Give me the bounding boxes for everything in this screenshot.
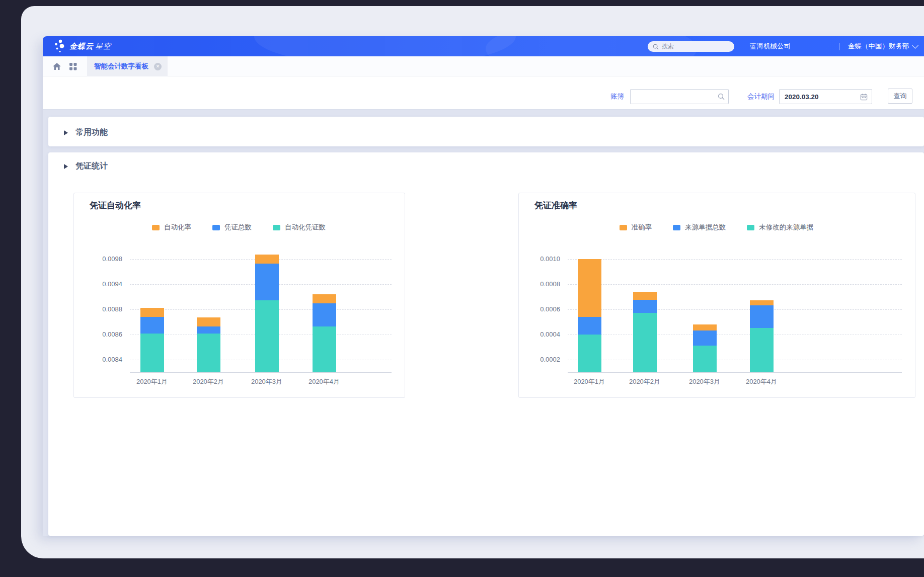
legend-item[interactable]: 未修改的来源单据 <box>747 223 813 232</box>
gridline <box>568 284 902 285</box>
home-icon[interactable] <box>52 61 62 71</box>
y-tick-label: 0.0084 <box>87 356 122 363</box>
section-common-functions: 常用功能 <box>48 117 924 146</box>
kingdee-logo: 金蝶云星空 <box>54 39 111 53</box>
bar-segment[interactable] <box>750 300 774 305</box>
legend-swatch-icon <box>273 225 280 230</box>
bar-segment[interactable] <box>255 300 279 372</box>
legend-item[interactable]: 来源单据总数 <box>673 223 726 232</box>
chart-title: 凭证准确率 <box>534 200 577 211</box>
section-header-common[interactable]: 常用功能 <box>64 127 108 138</box>
bar-segment[interactable] <box>578 317 601 335</box>
chart-legend: 准确率来源单据总数未修改的来源单据 <box>518 223 914 232</box>
y-tick-label: 0.0010 <box>525 255 560 263</box>
bar-segment[interactable] <box>693 346 717 372</box>
x-category-label: 2020年2月 <box>614 377 675 386</box>
bar-segment[interactable] <box>197 334 220 372</box>
bar-segment[interactable] <box>313 294 336 303</box>
search-placeholder: 搜索 <box>662 42 674 51</box>
section-title: 常用功能 <box>75 127 108 138</box>
x-category-label: 2020年3月 <box>237 377 297 386</box>
legend-item[interactable]: 准确率 <box>620 223 652 232</box>
y-tick-label: 0.0006 <box>525 305 560 313</box>
global-search-input[interactable]: 搜索 <box>648 41 734 52</box>
legend-swatch-icon <box>620 225 627 230</box>
axis-baseline <box>568 372 902 373</box>
legend-label: 准确率 <box>632 223 652 232</box>
bar-segment[interactable] <box>313 303 336 326</box>
legend-label: 自动化凭证数 <box>285 223 326 232</box>
chevron-down-icon <box>912 42 918 49</box>
x-category-label: 2020年2月 <box>178 377 239 386</box>
filter-toolbar: 账簿 会计期间 查询 <box>43 76 924 110</box>
y-tick-label: 0.0002 <box>525 356 560 363</box>
bar-segment[interactable] <box>197 317 220 326</box>
logo-text-bold: 金蝶云 <box>69 42 94 50</box>
search-icon <box>718 93 725 100</box>
gridline <box>568 309 902 310</box>
search-icon <box>653 44 659 50</box>
tab-close-icon[interactable]: ✕ <box>154 63 162 70</box>
bar-segment[interactable] <box>693 331 717 346</box>
gridline <box>568 259 902 260</box>
bar-segment[interactable] <box>693 324 717 331</box>
bar-segment[interactable] <box>255 264 279 300</box>
apps-grid-icon[interactable] <box>68 61 78 71</box>
legend-item[interactable]: 自动化率 <box>152 223 191 232</box>
collapse-arrow-icon <box>64 130 68 135</box>
bar-segment[interactable] <box>633 313 657 372</box>
x-category-label: 2020年4月 <box>294 377 354 386</box>
bar-segment[interactable] <box>633 300 657 313</box>
calendar-icon[interactable] <box>860 93 868 101</box>
bar-segment[interactable] <box>750 305 774 328</box>
header-glow <box>254 36 516 56</box>
bar-segment[interactable] <box>633 292 657 300</box>
gridline <box>568 335 902 335</box>
legend-item[interactable]: 凭证总数 <box>212 223 252 232</box>
accounting-period-field[interactable] <box>779 89 872 104</box>
legend-label: 来源单据总数 <box>685 223 726 232</box>
legend-swatch-icon <box>747 225 754 230</box>
y-tick-label: 0.0008 <box>525 280 560 288</box>
bar-segment[interactable] <box>140 308 164 317</box>
bar-segment[interactable] <box>578 259 601 317</box>
user-org-label: 金蝶（中国）财务部 <box>848 42 909 51</box>
x-category-label: 2020年3月 <box>674 377 735 386</box>
screen: 金蝶云星空 搜索 蓝海机械公司 金蝶（中国）财务部 ? 智能 <box>0 0 924 577</box>
ledger-lookup-input[interactable] <box>630 89 729 104</box>
user-org-dropdown[interactable]: 金蝶（中国）财务部 <box>848 36 917 56</box>
gridline <box>568 360 902 360</box>
bar-segment[interactable] <box>140 317 164 334</box>
x-category-label: 2020年1月 <box>559 377 620 386</box>
legend-label: 未修改的来源单据 <box>759 223 813 232</box>
bar-segment[interactable] <box>255 255 279 264</box>
legend-swatch-icon <box>212 225 220 230</box>
tab-bar: 智能会计数字看板 ✕ <box>43 56 924 76</box>
bar-segment[interactable] <box>313 326 336 372</box>
logo-dots-icon <box>54 39 65 53</box>
company-name[interactable]: 蓝海机械公司 <box>750 36 791 56</box>
legend-item[interactable]: 自动化凭证数 <box>273 223 326 232</box>
query-button[interactable]: 查询 <box>888 89 912 104</box>
section-title: 凭证统计 <box>75 161 108 172</box>
bar-segment[interactable] <box>578 335 601 372</box>
bar-segment[interactable] <box>750 328 774 372</box>
legend-swatch-icon <box>673 225 680 230</box>
bar-segment[interactable] <box>140 334 164 372</box>
chart-legend: 自动化率凭证总数自动化凭证数 <box>73 223 404 232</box>
chart-title: 凭证自动化率 <box>90 200 141 211</box>
x-category-label: 2020年1月 <box>122 377 182 386</box>
y-tick-label: 0.0086 <box>87 331 122 338</box>
axis-baseline <box>130 372 392 373</box>
header-divider <box>839 43 840 50</box>
y-tick-label: 0.0004 <box>525 331 560 338</box>
bar-segment[interactable] <box>197 326 220 334</box>
section-header-voucher[interactable]: 凭证统计 <box>64 161 108 172</box>
y-tick-label: 0.0088 <box>87 305 122 313</box>
date-input[interactable] <box>780 90 850 104</box>
y-tick-label: 0.0098 <box>87 255 122 263</box>
x-category-label: 2020年4月 <box>731 377 792 386</box>
legend-label: 凭证总数 <box>224 223 252 232</box>
collapse-arrow-icon <box>64 164 68 169</box>
tab-smart-accounting-dashboard[interactable]: 智能会计数字看板 ✕ <box>87 56 168 76</box>
